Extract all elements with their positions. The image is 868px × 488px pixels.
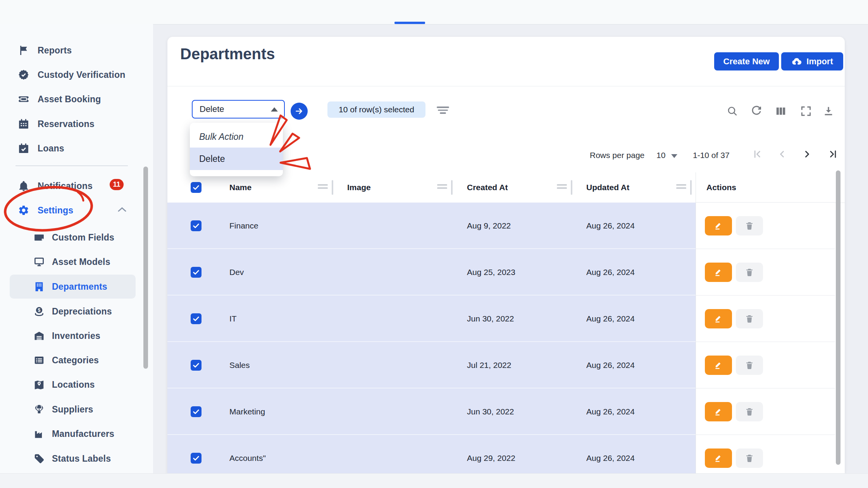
row-checkbox[interactable] bbox=[191, 267, 202, 278]
trash-icon bbox=[745, 407, 754, 416]
sidebar-item-status-labels[interactable]: Status Labels bbox=[0, 447, 140, 471]
sidebar-item-depreciations[interactable]: $ Depreciations bbox=[0, 299, 140, 323]
filter-lines-icon[interactable] bbox=[436, 107, 450, 115]
column-divider[interactable] bbox=[690, 180, 692, 195]
table-row[interactable]: Finance Aug 9, 2022 Aug 26, 2024 bbox=[167, 203, 696, 249]
sidebar-item-suppliers[interactable]: Suppliers bbox=[0, 397, 140, 421]
row-checkbox[interactable] bbox=[191, 360, 202, 371]
edit-pencil-icon bbox=[713, 221, 723, 231]
edit-button[interactable] bbox=[705, 309, 732, 328]
row-actions bbox=[696, 388, 835, 435]
table-scrollbar[interactable] bbox=[836, 170, 840, 465]
sidebar-item-locations[interactable]: Locations bbox=[0, 373, 140, 397]
sidebar-item-label: Notifications bbox=[38, 181, 93, 191]
building-icon bbox=[33, 280, 45, 293]
sidebar-item-inventories[interactable]: Inventories bbox=[0, 324, 140, 348]
import-button[interactable]: Import bbox=[781, 52, 843, 70]
created-at: Aug 25, 2023 bbox=[467, 268, 515, 277]
column-resize-handle[interactable] bbox=[437, 184, 447, 191]
column-header-updated-at[interactable]: Updated At bbox=[586, 183, 629, 192]
row-checkbox[interactable] bbox=[191, 453, 202, 464]
table-row[interactable]: Dev Aug 25, 2023 Aug 26, 2024 bbox=[167, 249, 696, 296]
pagination-range: 1-10 of 37 bbox=[693, 151, 730, 160]
sidebar-item-categories[interactable]: Categories bbox=[0, 348, 140, 372]
table-row[interactable]: Sales Jul 21, 2022 Aug 26, 2024 bbox=[167, 342, 696, 388]
column-resize-handle[interactable] bbox=[676, 184, 686, 191]
row-checkbox[interactable] bbox=[191, 220, 202, 231]
apply-bulk-action-button[interactable] bbox=[291, 103, 308, 120]
table-row[interactable]: Accounts" Aug 29, 2022 Aug 26, 2024 bbox=[167, 435, 696, 473]
search-icon[interactable] bbox=[726, 105, 739, 117]
updated-at: Aug 26, 2024 bbox=[586, 314, 635, 323]
sidebar-item-label: Reservations bbox=[38, 119, 95, 129]
refresh-icon[interactable] bbox=[750, 105, 763, 117]
sidebar-item-asset-booking[interactable]: Asset Booking bbox=[0, 87, 140, 111]
last-page-button[interactable] bbox=[828, 149, 839, 160]
column-header-actions: Actions bbox=[696, 172, 835, 203]
sidebar-item-loans[interactable]: Loans bbox=[0, 136, 140, 160]
sidebar-item-custom-fields[interactable]: Custom Fields bbox=[0, 225, 140, 249]
edit-button[interactable] bbox=[705, 216, 732, 235]
column-divider[interactable] bbox=[332, 180, 333, 195]
edit-button[interactable] bbox=[705, 356, 732, 375]
sidebar-item-custody-verification[interactable]: Custody Verification bbox=[0, 63, 140, 87]
created-at: Jul 21, 2022 bbox=[467, 361, 511, 370]
delete-button[interactable] bbox=[736, 216, 763, 235]
actions-column: Actions bbox=[696, 172, 835, 473]
sidebar-item-reservations[interactable]: Reservations bbox=[0, 112, 140, 136]
download-icon[interactable] bbox=[822, 105, 835, 117]
updated-at: Aug 26, 2024 bbox=[586, 407, 635, 416]
delete-button[interactable] bbox=[736, 309, 763, 328]
column-divider[interactable] bbox=[571, 180, 572, 195]
bulk-action-select[interactable]: Delete bbox=[192, 100, 285, 119]
sidebar-item-reports[interactable]: Reports bbox=[0, 38, 140, 62]
delete-button[interactable] bbox=[736, 448, 763, 468]
table-row[interactable]: Marketing Jun 30, 2022 Aug 26, 2024 bbox=[167, 388, 696, 435]
list-icon bbox=[33, 354, 45, 366]
menu-item-bulk-action[interactable]: Bulk Action bbox=[190, 126, 283, 148]
sidebar-scrollbar[interactable] bbox=[143, 167, 148, 369]
fullscreen-icon[interactable] bbox=[800, 105, 812, 117]
row-actions bbox=[696, 435, 835, 473]
column-resize-handle[interactable] bbox=[318, 184, 328, 191]
delete-button[interactable] bbox=[736, 356, 763, 375]
sidebar-item-asset-models[interactable]: Asset Models bbox=[0, 250, 140, 274]
notification-badge: 11 bbox=[110, 179, 124, 190]
bell-icon bbox=[17, 180, 30, 192]
top-bar bbox=[0, 0, 868, 25]
row-checkbox[interactable] bbox=[191, 313, 202, 324]
delete-button[interactable] bbox=[736, 402, 763, 421]
next-page-button[interactable] bbox=[802, 149, 813, 160]
column-header-created-at[interactable]: Created At bbox=[467, 183, 508, 192]
card-icon bbox=[33, 231, 45, 244]
column-header-image[interactable]: Image bbox=[347, 183, 371, 192]
rows-per-page-value[interactable]: 10 bbox=[656, 151, 665, 160]
delete-button[interactable] bbox=[736, 263, 763, 282]
select-all-checkbox[interactable] bbox=[191, 182, 202, 193]
sidebar-item-label: Reports bbox=[38, 45, 72, 56]
header-divider bbox=[167, 86, 845, 86]
department-name: Sales bbox=[229, 361, 250, 370]
column-resize-handle[interactable] bbox=[557, 184, 567, 191]
sidebar-item-manufacturers[interactable]: Manufacturers bbox=[0, 422, 140, 446]
sidebar-item-label: Locations bbox=[52, 380, 95, 390]
table-row[interactable]: IT Jun 30, 2022 Aug 26, 2024 bbox=[167, 296, 696, 342]
caret-down-icon[interactable] bbox=[671, 154, 677, 158]
sidebar-item-departments[interactable]: Departments bbox=[0, 275, 140, 299]
edit-button[interactable] bbox=[705, 402, 732, 421]
first-page-button[interactable] bbox=[752, 149, 763, 160]
menu-item-delete[interactable]: Delete bbox=[190, 148, 283, 170]
svg-text:$: $ bbox=[38, 308, 41, 313]
sidebar-item-label: Loans bbox=[38, 143, 64, 154]
chevron-up-icon[interactable] bbox=[118, 207, 126, 212]
column-divider[interactable] bbox=[451, 180, 453, 195]
row-checkbox[interactable] bbox=[191, 406, 202, 417]
edit-button[interactable] bbox=[705, 448, 732, 468]
edit-button[interactable] bbox=[705, 263, 732, 282]
columns-icon[interactable] bbox=[775, 105, 787, 117]
column-header-name[interactable]: Name bbox=[229, 183, 251, 192]
create-new-button[interactable]: Create New bbox=[714, 52, 779, 70]
sidebar: Reports Custody Verification Asset Booki… bbox=[0, 24, 153, 473]
department-name: IT bbox=[229, 314, 237, 323]
previous-page-button[interactable] bbox=[777, 149, 787, 160]
